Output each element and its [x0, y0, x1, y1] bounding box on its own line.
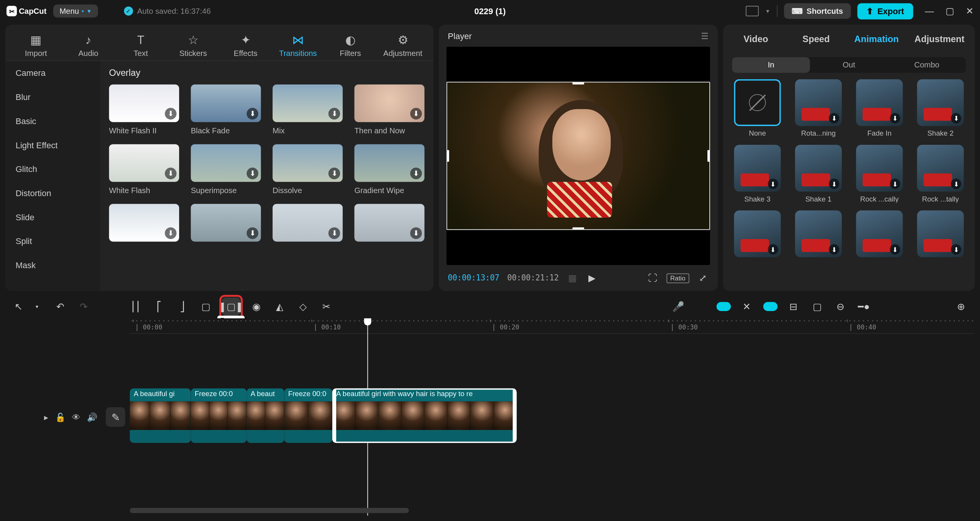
transition-item[interactable]: ⬇Mix	[273, 84, 343, 135]
download-icon[interactable]: ⬇	[829, 179, 839, 189]
transition-item[interactable]: ⬇Then and Now	[354, 84, 425, 135]
timeline-scrollbar[interactable]	[130, 508, 975, 513]
toggle-1[interactable]	[717, 302, 731, 311]
download-icon[interactable]: ⬇	[410, 227, 422, 239]
library-tab-adjustment[interactable]: ⚙Adjustment	[377, 34, 428, 61]
zoom-slider-icon[interactable]: ━●	[857, 300, 871, 314]
resize-handle-left[interactable]	[446, 150, 449, 162]
transition-item[interactable]: ⬇	[109, 204, 179, 246]
animation-item[interactable]: None	[732, 79, 782, 137]
timeline-clip[interactable]: A beaut	[247, 388, 284, 443]
maximize-icon[interactable]: ▢	[946, 6, 954, 16]
download-icon[interactable]: ⬇	[328, 227, 340, 239]
cursor-icon[interactable]: ↖	[12, 300, 26, 314]
animation-item[interactable]: ⬇Shake 2	[915, 79, 966, 137]
download-icon[interactable]: ⬇	[951, 244, 961, 254]
download-icon[interactable]: ⬇	[951, 179, 961, 189]
transition-item[interactable]: ⬇	[354, 204, 425, 246]
download-icon[interactable]: ⬇	[328, 108, 340, 120]
download-icon[interactable]: ⬇	[768, 244, 778, 254]
animation-item[interactable]: ⬇Fade In	[854, 79, 905, 137]
download-icon[interactable]: ⬇	[410, 167, 422, 179]
split-icon[interactable]: ⎮⎮	[129, 300, 143, 314]
transition-item[interactable]: ⬇Black Fade	[191, 84, 261, 135]
transition-item[interactable]: ⬇White Flash	[109, 144, 179, 195]
timeline-clip[interactable]: Freeze 00:0	[191, 388, 247, 443]
shortcuts-button[interactable]: ⌨ Shortcuts	[784, 3, 851, 19]
download-icon[interactable]: ⬇	[165, 227, 177, 239]
animation-item[interactable]: ⬇Rock ...tally	[915, 145, 966, 203]
timeline-tracks[interactable]: | 00:00| 00:10| 00:20| 00:30| 00:40 A be…	[130, 318, 975, 516]
delete-icon[interactable]: ▢	[199, 300, 213, 314]
library-tab-import[interactable]: ▦Import	[10, 34, 62, 61]
menu-button[interactable]: Menu ● ▼	[53, 5, 98, 18]
library-tab-text[interactable]: TText	[115, 34, 167, 61]
animation-item[interactable]: ⬇Shake 1	[793, 145, 844, 203]
marker-icon[interactable]: ▢	[810, 300, 824, 314]
transition-item[interactable]: ⬇Superimpose	[191, 144, 261, 195]
download-icon[interactable]: ⬇	[165, 167, 177, 179]
sidebar-item-blur[interactable]: Blur	[5, 85, 100, 109]
zoom-out-icon[interactable]: ⊖	[833, 300, 848, 314]
download-icon[interactable]: ⬇	[951, 113, 961, 123]
animation-subtab-in[interactable]: In	[732, 57, 810, 73]
reverse-icon[interactable]: ◉	[249, 300, 263, 314]
timeline-ruler[interactable]: | 00:00| 00:10| 00:20| 00:30| 00:40	[130, 318, 975, 334]
chevron-down-icon[interactable]: ▾	[30, 300, 44, 314]
animation-item[interactable]: ⬇Shake 3	[732, 145, 782, 203]
layout-select-icon[interactable]	[746, 6, 759, 16]
animation-item[interactable]: ⬇Rock ...cally	[854, 145, 905, 203]
animation-subtab-combo[interactable]: Combo	[888, 57, 965, 73]
mirror-icon[interactable]: ◭	[273, 300, 287, 314]
redo-icon[interactable]: ↷	[77, 300, 91, 314]
transition-item[interactable]: ⬇Dissolve	[273, 144, 343, 195]
toggle-2[interactable]	[763, 302, 777, 311]
animation-item[interactable]: ⬇	[915, 210, 966, 260]
download-icon[interactable]: ⬇	[890, 113, 900, 123]
sidebar-item-distortion[interactable]: Distortion	[5, 181, 100, 205]
zoom-in-icon[interactable]: ⊕	[954, 300, 968, 314]
mic-icon[interactable]: 🎤	[671, 300, 685, 314]
library-tab-effects[interactable]: ✦Effects	[220, 34, 271, 61]
sidebar-item-glitch[interactable]: Glitch	[5, 157, 100, 181]
download-icon[interactable]: ⬇	[890, 244, 900, 254]
link-icon[interactable]: ⊟	[787, 300, 801, 314]
properties-tab-adjustment[interactable]: Adjustment	[906, 27, 972, 51]
download-icon[interactable]: ⬇	[410, 108, 422, 120]
play-icon[interactable]: ▶	[586, 273, 598, 283]
close-icon[interactable]: ✕	[966, 6, 973, 16]
sidebar-item-light-effect[interactable]: Light Effect	[5, 133, 100, 157]
sidebar-item-camera[interactable]: Camera	[5, 61, 100, 85]
resize-handle-right[interactable]	[707, 150, 710, 162]
transition-item[interactable]: ⬇	[191, 204, 261, 246]
speaker-icon[interactable]: 🔊	[87, 412, 97, 422]
preview-frame[interactable]	[446, 82, 710, 230]
timeline-clip[interactable]: A beautiful girl with wavy hair is happy…	[332, 388, 516, 443]
animation-item[interactable]: ⬇Rota...ning	[793, 79, 844, 137]
download-icon[interactable]: ⬇	[328, 167, 340, 179]
player-viewport[interactable]	[446, 47, 710, 265]
fullscreen-icon[interactable]: ⤢	[697, 273, 709, 283]
properties-tab-speed[interactable]: Speed	[786, 27, 846, 51]
lock-icon[interactable]: 🔓	[55, 412, 65, 422]
ratio-button[interactable]: Ratio	[666, 273, 689, 283]
download-icon[interactable]: ⬇	[768, 179, 778, 189]
resize-handle-top[interactable]	[572, 82, 584, 84]
download-icon[interactable]: ⬇	[890, 179, 900, 189]
download-icon[interactable]: ⬇	[247, 167, 258, 179]
timeline-clip[interactable]: A beautiful gi	[130, 388, 191, 443]
grid-icon[interactable]: ▦	[567, 273, 578, 283]
library-tab-filters[interactable]: ◐Filters	[325, 34, 376, 61]
menu-icon[interactable]: ☰	[701, 31, 709, 41]
resize-handle-bottom[interactable]	[572, 228, 584, 230]
download-icon[interactable]: ⬇	[247, 108, 258, 120]
snap-icon[interactable]: ✕	[740, 300, 754, 314]
animation-subtab-out[interactable]: Out	[810, 57, 888, 73]
trim-left-icon[interactable]: ⎡	[152, 300, 166, 314]
sidebar-item-mask[interactable]: Mask	[5, 253, 100, 277]
rotate-icon[interactable]: ◇	[296, 300, 310, 314]
edit-icon[interactable]: ✎	[106, 407, 125, 427]
properties-tab-video[interactable]: Video	[725, 27, 786, 51]
expand-icon[interactable]: ▸	[44, 412, 49, 422]
crop-icon[interactable]: ✂	[319, 300, 333, 314]
